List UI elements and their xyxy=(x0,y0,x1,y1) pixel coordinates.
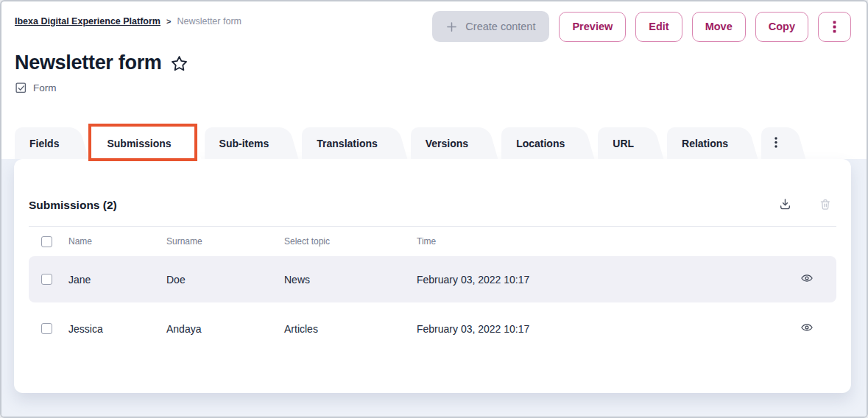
edit-button[interactable]: Edit xyxy=(635,12,682,42)
kebab-icon xyxy=(775,137,777,150)
preview-button[interactable]: Preview xyxy=(559,12,626,42)
form-check-icon xyxy=(15,82,27,93)
app-window: Ibexa Digital Experience Platform > News… xyxy=(0,0,868,418)
cell-time: February 03, 2022 10:17 xyxy=(417,323,777,335)
column-header-topic: Select topic xyxy=(284,236,417,247)
more-actions-button[interactable] xyxy=(818,12,851,42)
submissions-table: Name Surname Select topic Time Jane Doe … xyxy=(14,227,851,352)
page-title: Newsletter form xyxy=(15,52,162,74)
content-type-label: Form xyxy=(33,82,57,93)
breadcrumb-current: Newsletter form xyxy=(177,16,241,26)
table-header-row: Name Surname Select topic Time xyxy=(29,227,836,256)
delete-submissions-button[interactable] xyxy=(819,198,832,213)
copy-button[interactable]: Copy xyxy=(755,12,808,42)
cell-surname: Andaya xyxy=(166,323,284,335)
tab-fields[interactable]: Fields xyxy=(15,127,68,159)
table-row[interactable]: Jane Doe News February 03, 2022 10:17 xyxy=(29,256,836,302)
row-checkbox[interactable] xyxy=(41,323,52,334)
create-content-button[interactable]: Create content xyxy=(432,11,549,42)
title-row: Newsletter form xyxy=(1,52,867,74)
breadcrumb-separator: > xyxy=(166,17,171,26)
cell-topic: News xyxy=(284,274,417,286)
content-type-row: Form xyxy=(1,82,867,93)
plus-icon xyxy=(446,21,457,32)
cell-surname: Doe xyxy=(166,274,284,286)
create-content-label: Create content xyxy=(465,21,535,32)
tab-versions[interactable]: Versions xyxy=(411,127,477,159)
tab-sub-items[interactable]: Sub-items xyxy=(205,127,278,159)
tab-locations[interactable]: Locations xyxy=(501,127,574,159)
eye-icon xyxy=(800,272,814,287)
panel-header: Submissions (2) xyxy=(14,159,851,213)
star-icon[interactable] xyxy=(170,54,188,73)
submissions-panel: Submissions (2) xyxy=(14,159,851,393)
export-submissions-button[interactable] xyxy=(778,197,792,213)
tab-relations[interactable]: Relations xyxy=(667,127,737,159)
cell-name: Jessica xyxy=(68,323,166,335)
tab-url[interactable]: URL xyxy=(598,127,643,159)
table-row[interactable]: Jessica Andaya Articles February 03, 202… xyxy=(29,305,836,352)
move-button[interactable]: Move xyxy=(692,12,746,42)
tab-bar: Fields Submissions Sub-items Translation… xyxy=(1,127,867,159)
cell-time: February 03, 2022 10:17 xyxy=(417,274,777,286)
eye-icon xyxy=(800,321,814,336)
top-bar: Ibexa Digital Experience Platform > News… xyxy=(1,1,867,42)
column-header-surname: Surname xyxy=(166,236,284,247)
trash-icon xyxy=(819,198,832,213)
action-buttons: Create content Preview Edit Move Copy xyxy=(432,11,851,42)
cell-name: Jane xyxy=(68,274,166,286)
tab-more[interactable] xyxy=(761,127,785,159)
cell-topic: Articles xyxy=(284,323,417,335)
column-header-time: Time xyxy=(417,236,777,247)
panel-header-actions xyxy=(778,197,832,213)
view-submission-button[interactable] xyxy=(800,272,814,287)
tab-translations[interactable]: Translations xyxy=(302,127,386,159)
column-header-name: Name xyxy=(68,236,166,247)
breadcrumb-root-link[interactable]: Ibexa Digital Experience Platform xyxy=(15,16,160,26)
download-icon xyxy=(778,197,792,213)
tab-submissions[interactable]: Submissions xyxy=(92,127,180,159)
submissions-heading: Submissions (2) xyxy=(29,199,117,212)
breadcrumb: Ibexa Digital Experience Platform > News… xyxy=(15,16,241,26)
select-all-checkbox[interactable] xyxy=(41,236,52,247)
view-submission-button[interactable] xyxy=(800,321,814,336)
row-checkbox[interactable] xyxy=(41,274,52,285)
tab-content-area: Submissions (2) xyxy=(1,159,867,417)
kebab-icon xyxy=(833,21,836,33)
